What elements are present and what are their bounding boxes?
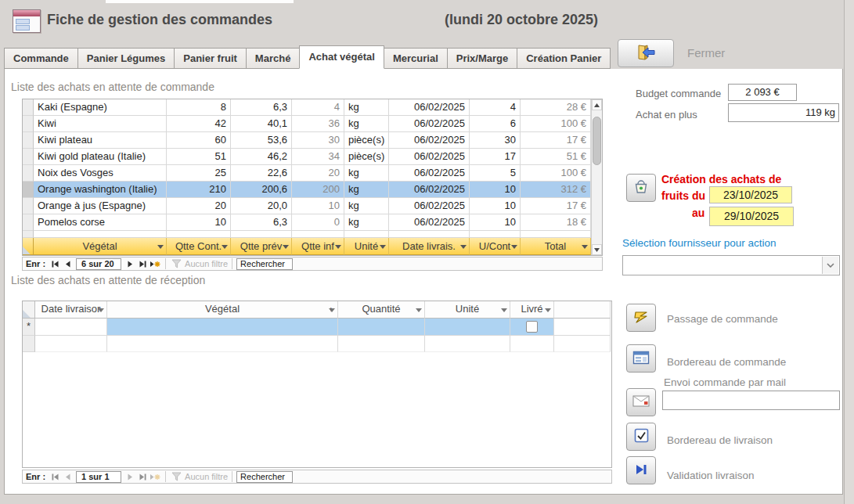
previous-record-button[interactable]	[61, 258, 74, 269]
table-cell[interactable]: 25	[167, 165, 231, 182]
table-row[interactable]: Noix des Vosges2522,620kg06/02/20255100 …	[23, 165, 602, 182]
first-record-button[interactable]	[49, 471, 61, 482]
new-record-button[interactable]	[149, 471, 161, 482]
previous-record-button[interactable]	[61, 471, 74, 482]
table-cell[interactable]: 6,3	[231, 99, 292, 116]
column-header[interactable]: U/Cont	[470, 238, 521, 255]
record-position[interactable]: 6 sur 20	[76, 258, 121, 270]
filter-icon[interactable]	[170, 471, 182, 482]
table-cell[interactable]: 20	[167, 198, 231, 214]
row-selector[interactable]	[23, 198, 34, 214]
send-mail-button[interactable]	[626, 388, 656, 416]
tab-achat-vegetal[interactable]: Achat végétal	[299, 45, 384, 69]
table-cell[interactable]: 06/02/2025	[389, 116, 470, 132]
table-row[interactable]: Pomelos corse106,30kg06/02/20251018 €	[23, 214, 602, 231]
tab-creation-panier[interactable]: Création Panier	[517, 48, 611, 69]
table-cell[interactable]: 17 €	[521, 198, 591, 214]
table-cell[interactable]: 36	[292, 116, 344, 132]
next-record-button[interactable]	[124, 471, 136, 482]
row-selector[interactable]	[23, 182, 34, 198]
table-cell[interactable]: 60	[167, 132, 231, 149]
table-cell[interactable]: 06/02/2025	[389, 182, 470, 198]
column-header[interactable]: Végétal	[34, 238, 167, 255]
column-header[interactable]: Qtte Cont.	[167, 238, 231, 255]
tab-prix-marge[interactable]: Prix/Marge	[447, 48, 517, 69]
table-cell[interactable]	[35, 319, 107, 336]
search-box[interactable]: Rechercher	[236, 258, 293, 270]
table-cell[interactable]: 28 €	[521, 99, 591, 116]
table-cell[interactable]	[425, 319, 510, 336]
row-selector[interactable]	[23, 116, 34, 132]
table-cell[interactable]: kg	[344, 165, 389, 182]
table-cell[interactable]: Kiwi plateau	[34, 132, 167, 149]
column-header[interactable]: Qtte inf	[292, 238, 344, 255]
column-header[interactable]: Unité	[344, 238, 389, 255]
table-cell[interactable]: kg	[344, 198, 389, 214]
table-cell[interactable]: kg	[344, 182, 389, 198]
record-position[interactable]: 1 sur 1	[76, 471, 121, 483]
scroll-up-button[interactable]	[592, 99, 602, 110]
scroll-down-button[interactable]	[592, 244, 602, 255]
column-header[interactable]: Date livrais.	[389, 238, 470, 255]
table-cell[interactable]: Pomelos corse	[34, 214, 167, 231]
table-cell[interactable]: 5	[470, 165, 521, 182]
budget-value-field[interactable]: 2 093 €	[728, 84, 797, 101]
table-cell[interactable]: 100 €	[521, 116, 591, 132]
table-cell[interactable]: 17	[470, 149, 521, 165]
date-from-field[interactable]: 23/10/2025	[709, 186, 792, 203]
table-cell[interactable]: 06/02/2025	[389, 99, 470, 116]
table-cell[interactable]: 06/02/2025	[389, 214, 470, 231]
tab-panier-fruit[interactable]: Panier fruit	[174, 48, 247, 69]
delivery-slip-button[interactable]	[626, 423, 656, 451]
new-record-selector[interactable]: *	[23, 319, 35, 336]
table-cell[interactable]: kg	[344, 99, 389, 116]
table-cell[interactable]: 51	[167, 149, 231, 165]
table-cell[interactable]: 10	[470, 198, 521, 214]
table-cell[interactable]: Orange à jus (Espagne)	[34, 198, 167, 214]
column-header[interactable]: Total	[521, 238, 591, 255]
table-cell[interactable]: 30	[470, 132, 521, 149]
table-cell[interactable]: 20	[292, 165, 344, 182]
table-cell[interactable]: 53,6	[231, 132, 292, 149]
column-header[interactable]: Quantité	[338, 301, 425, 319]
table-cell[interactable]: 06/02/2025	[389, 165, 470, 182]
table-cell[interactable]: 51 €	[521, 149, 591, 165]
delivered-checkbox[interactable]	[526, 321, 538, 333]
scrollbar-thumb[interactable]	[593, 117, 601, 165]
validate-delivery-button[interactable]	[626, 456, 656, 484]
chevron-down-icon[interactable]	[822, 257, 838, 274]
table-cell[interactable]: Kaki (Espagne)	[34, 99, 167, 116]
table-cell[interactable]: kg	[344, 214, 389, 231]
table-row[interactable]: Kiwi gold plateau (Italie)5146,234pièce(…	[23, 149, 602, 165]
last-record-button[interactable]	[136, 258, 149, 269]
tab-commande[interactable]: Commande	[4, 48, 78, 69]
first-record-button[interactable]	[49, 258, 61, 269]
next-record-button[interactable]	[124, 258, 136, 269]
tab-panier-legumes[interactable]: Panier Légumes	[77, 48, 175, 69]
table-row[interactable]: Kiwi4240,136kg06/02/20256100 €	[23, 116, 602, 132]
table-cell[interactable]: 30	[292, 132, 344, 149]
table-cell[interactable]: 312 €	[521, 182, 591, 198]
table-cell[interactable]: 4	[470, 99, 521, 116]
tab-mercurial[interactable]: Mercurial	[384, 48, 448, 69]
table-row[interactable]: Orange à jus (Espagne)2020,010kg06/02/20…	[23, 198, 602, 214]
table-cell[interactable]: 6	[470, 116, 521, 132]
column-header[interactable]: Végétal	[107, 301, 338, 319]
select-all-corner[interactable]	[23, 238, 34, 255]
search-box[interactable]: Rechercher	[236, 471, 293, 483]
place-order-button[interactable]	[626, 304, 656, 332]
table-cell[interactable]: 17 €	[521, 132, 591, 149]
mail-input[interactable]	[662, 391, 840, 410]
table-cell[interactable]: 06/02/2025	[389, 198, 470, 214]
table-cell[interactable]: 20,0	[231, 198, 292, 214]
table-cell[interactable]: pièce(s)	[344, 132, 389, 149]
table-cell[interactable]: 46,2	[231, 149, 292, 165]
table-cell[interactable]: 42	[167, 116, 231, 132]
reception-table[interactable]: Date livraisorVégétalQuantitéUnitéLivré*	[22, 301, 612, 468]
table-cell[interactable]	[510, 319, 554, 336]
create-purchases-button[interactable]	[626, 174, 656, 202]
tab-marche[interactable]: Marché	[246, 48, 301, 69]
table-cell[interactable]: 10	[292, 198, 344, 214]
table-cell[interactable]: 0	[292, 214, 344, 231]
new-record-button[interactable]	[149, 258, 161, 269]
